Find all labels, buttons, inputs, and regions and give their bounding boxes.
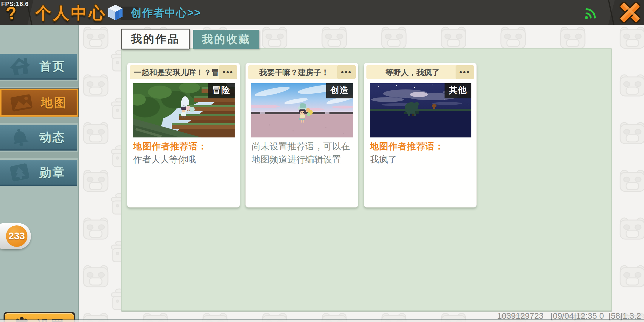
card-body: 尚未设置推荐语，可以在地图频道进行编辑设置 — [252, 140, 353, 166]
recommendation-label: 地图作者推荐语： — [370, 140, 471, 153]
tab-label: 我的收藏 — [202, 32, 251, 47]
map-icon — [10, 93, 33, 112]
bell-icon — [8, 128, 32, 147]
notification-badge[interactable]: 233 — [6, 225, 27, 247]
tab-label: 我的作品 — [131, 32, 180, 47]
sidebar-item-label: 首页 — [39, 58, 66, 75]
card-body: 地图作者推荐语： 作者大大等你哦 — [133, 140, 234, 166]
recommendation-text: 尚未设置推荐语，可以在地图频道进行编辑设置 — [252, 140, 353, 166]
map-thumbnail[interactable]: 创造 — [251, 83, 353, 137]
top-bar: FPS:16.6 ? 个人中心 创作者中心>> — [0, 0, 644, 25]
sidebar: 首页 地图 动态 — [0, 25, 79, 322]
map-thumbnail[interactable]: 其他 — [370, 83, 471, 137]
home-icon — [8, 57, 32, 76]
recommendation-label: 地图作者推荐语： — [133, 140, 234, 153]
more-menu-button[interactable]: ••• — [219, 65, 237, 79]
map-card[interactable]: 等野人，我疯了 ••• — [364, 63, 477, 208]
medal-icon — [8, 163, 32, 182]
creator-center-link[interactable]: 创作者中心>> — [131, 0, 201, 25]
map-thumbnail[interactable]: 冒险 — [133, 83, 235, 137]
map-title: 我要干嘛？建房子！ — [252, 65, 336, 79]
sidebar-item-activity[interactable]: 动态 — [0, 125, 77, 151]
sidebar-stripe — [0, 117, 78, 123]
card-header: 一起和是安琪儿咩！？冒险吧 ••• — [130, 65, 237, 79]
sidebar-stripe — [0, 81, 78, 87]
map-type-tag: 创造 — [326, 83, 353, 98]
map-type-tag: 冒险 — [208, 83, 235, 98]
map-title: 等野人，我疯了 — [371, 65, 454, 79]
creator-cube-icon[interactable] — [107, 4, 124, 21]
card-header: 等野人，我疯了 ••• — [366, 65, 474, 79]
map-card[interactable]: 我要干嘛？建房子！ ••• — [245, 63, 358, 208]
sidebar-stripe — [0, 152, 78, 158]
network-signal-icon — [584, 5, 599, 20]
close-icon[interactable] — [620, 2, 640, 23]
card-body: 地图作者推荐语： 我疯了 — [370, 140, 471, 166]
sidebar-item-medals[interactable]: 勋章 — [0, 160, 77, 186]
sidebar-item-label: 地图 — [41, 95, 67, 111]
map-type-tag: 其他 — [445, 83, 471, 98]
sidebar-item-label: 勋章 — [39, 164, 66, 181]
bottom-edge-strip — [0, 320, 644, 322]
map-title: 一起和是安琪儿咩！？冒险吧 — [134, 65, 218, 79]
page-title: 个人中心 — [35, 0, 107, 25]
sidebar-item-home[interactable]: 首页 — [0, 54, 77, 80]
sidebar-item-label: 动态 — [39, 129, 66, 145]
sidebar-item-maps[interactable]: 地图 — [0, 89, 78, 117]
card-header: 我要干嘛？建房子！ ••• — [248, 65, 356, 79]
tab-my-works[interactable]: 我的作品 — [121, 29, 190, 49]
tab-my-favorites[interactable]: 我的收藏 — [193, 30, 259, 49]
map-card[interactable]: 一起和是安琪儿咩！？冒险吧 ••• — [127, 63, 240, 208]
recommendation-text: 作者大大等你哦 — [133, 153, 234, 166]
more-menu-button[interactable]: ••• — [456, 65, 474, 79]
more-menu-button[interactable]: ••• — [337, 65, 356, 79]
recommendation-text: 我疯了 — [370, 153, 471, 166]
fps-counter: FPS:16.6 — [1, 1, 29, 7]
